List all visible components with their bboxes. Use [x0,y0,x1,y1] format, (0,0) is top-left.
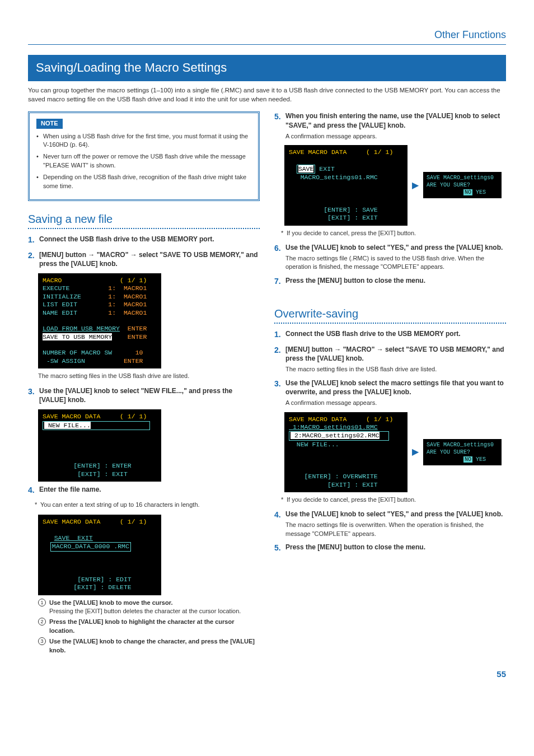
asterisk-note: You can enter a text string of up to 16 … [35,501,260,509]
step-text: Connect the USB flash drive to the USB M… [285,330,461,338]
substep-number: 3 [38,637,46,645]
note-item: When using a USB flash drive for the fir… [36,132,251,150]
step-number: 5. [274,111,285,141]
step-note: The macro settings file (.RMC) is saved … [285,254,506,272]
asterisk-note: If you decide to cancel, press the [EXIT… [281,496,506,504]
left-column: NOTE When using a USB flash drive for th… [28,111,260,657]
lcd-screen-edit-name: SAVE MACRO DATA ( 1/ 1) SAVE EXIT MACRO_… [38,515,161,595]
step-text: Use the [VALUE] knob select the macro se… [285,379,504,396]
after-lcd-text: The macro setting files in the USB flash… [38,372,260,380]
lcd-confirm-dialog: SAVE MACRO_settings0 ARE YOU SURE? NO YE… [423,172,502,198]
step-number: 3. [28,386,39,405]
step-number: 1. [274,329,285,340]
lcd-screen-save-confirm: SAVE MACRO DATA ( 1/ 1) SAVE EXIT MACRO_… [284,145,407,225]
arrow-right-icon: ▶ [412,446,419,458]
divider [274,323,506,324]
step-note: A confirmation message appears. [285,132,506,141]
lcd-screen-macro-menu: MACRO ( 1/ 1) EXECUTE 1: MACRO1 INITIALI… [38,273,161,368]
step-number: 4. [28,485,39,496]
note-box: NOTE When using a USB flash drive for th… [28,111,260,201]
divider [28,228,260,229]
substep-text: Use the [VALUE] knob to change the chara… [49,638,255,653]
step-text: Use the [VALUE] knob to select "YES," an… [285,510,503,518]
substep-number: 2 [38,618,46,626]
lcd-confirm-dialog: SAVE MACRO_settings0 ARE YOU SURE? NO YE… [423,439,502,465]
header-category: Other Functions [28,28,506,45]
arrow-right-icon: ▶ [412,179,419,192]
section-saving-title: Saving a new file [28,211,260,227]
step-number: 2. [274,345,285,374]
step-number: 3. [274,379,285,408]
lcd-screen-save-newfile: SAVE MACRO DATA ( 1/ 1) NEW FILE... [ENT… [38,409,161,482]
step-text: Enter the file name. [39,486,101,493]
page-title: Saving/Loading the Macro Settings [28,55,506,81]
step-text: Press the [MENU] button to close the men… [285,543,425,551]
asterisk-note: If you decide to cancel, press the [EXIT… [281,229,506,237]
step-note: A confirmation message appears. [285,399,506,407]
step-text: Connect the USB flash drive to the USB M… [39,235,214,243]
page-number: 55 [28,668,506,680]
note-label: NOTE [36,119,63,128]
right-column: 5. When you finish entering the name, us… [274,111,506,657]
substep-number: 1 [38,599,46,606]
section-overwrite-title: Overwrite-saving [274,306,506,321]
lcd-screen-overwrite-list: SAVE MACRO DATA ( 1/ 1) 1:MACRO_settings… [284,412,407,492]
step-text: [MENU] button → "MACRO" → select "SAVE T… [39,251,258,268]
intro-text: You can group together the macro setting… [28,86,506,104]
substep-text: Press the [VALUE] knob to highlight the … [49,618,234,633]
step-number: 2. [28,250,39,269]
step-text: When you finish entering the name, use t… [285,112,500,129]
note-item: Depending on the USB flash drive, recogn… [36,173,251,190]
step-text: [MENU] button → "MACRO" → select "SAVE T… [285,346,504,363]
step-text: Use the [VALUE] knob to select "NEW FILE… [39,387,232,404]
step-note: The macro settings file is overwritten. … [285,521,506,538]
step-number: 7. [274,276,285,287]
note-item: Never turn off the power or remove the U… [36,152,251,170]
substep-text: Use the [VALUE] knob to move the cursor. [49,599,172,606]
step-number: 4. [274,510,285,538]
substep-detail: Pressing the [EXIT] button deletes the c… [49,608,241,614]
step-number: 6. [274,243,285,272]
step-number: 5. [274,543,285,554]
step-number: 1. [28,235,39,246]
step-text: Press the [MENU] button to close the men… [285,277,425,284]
step-text: Use the [VALUE] knob to select "YES," an… [285,244,503,251]
step-note: The macro setting files in the USB flash… [285,365,506,374]
